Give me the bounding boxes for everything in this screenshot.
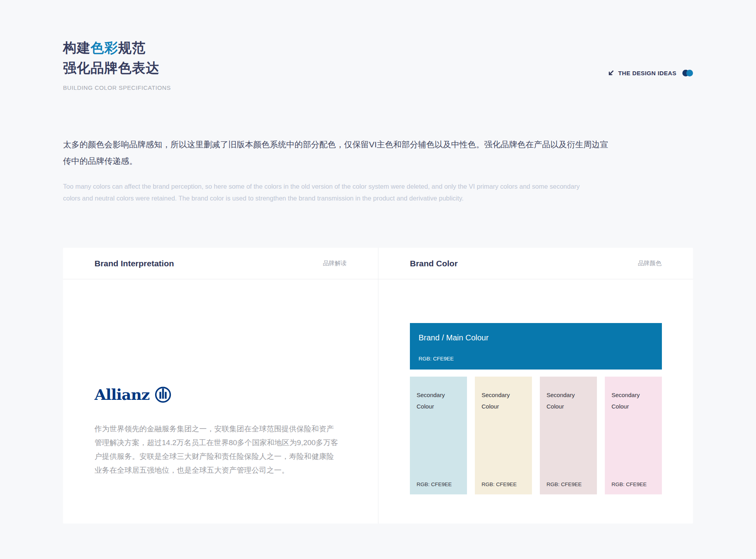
- page-title-line-1: 构建色彩规范: [63, 38, 171, 58]
- panel-header-interpretation: Brand Interpretation 品牌解读: [63, 248, 378, 279]
- allianz-logo: Allianz: [94, 386, 172, 403]
- swatch-label: Secondary Colour: [482, 389, 521, 412]
- panel-title-color: Brand Color: [410, 259, 458, 268]
- swatch-label: Secondary Colour: [611, 389, 651, 412]
- swatch-rgb-value: RGB: CFE9EE: [417, 481, 452, 487]
- page-heading: 构建色彩规范 强化品牌色表达 BUILDING COLOR SPECIFICAT…: [63, 38, 171, 91]
- secondary-colour-swatch-4: Secondary Colour RGB: CFE9EE: [605, 377, 662, 494]
- brand-description: 作为世界领先的金融服务集团之一，安联集团在全球范围提供保险和资产管理解决方案，超…: [94, 422, 339, 477]
- title-part-1: 构建: [63, 40, 91, 55]
- main-colour-swatch: Brand / Main Colour RGB: CFE9EE: [410, 323, 662, 370]
- design-ideas-label: THE DESIGN IDEAS: [618, 70, 676, 76]
- panel-title-cn-color: 品牌颜色: [638, 260, 662, 267]
- panel-brand-color: Brand Color 品牌颜色 Brand / Main Colour RGB…: [378, 248, 693, 524]
- main-colour-label: Brand / Main Colour: [419, 333, 653, 342]
- swatch-label: Secondary Colour: [417, 389, 456, 412]
- panel-title-interpretation: Brand Interpretation: [94, 259, 174, 268]
- intro-paragraph-cn: 太多的颜色会影响品牌感知，所以这里删减了旧版本颜色系统中的部分配色，仅保留VI主…: [63, 136, 612, 169]
- panel-header-color: Brand Color 品牌颜色: [378, 248, 693, 279]
- content-card: Brand Interpretation 品牌解读 Allianz 作为世界领先…: [63, 248, 693, 524]
- swatch-rgb-value: RGB: CFE9EE: [547, 481, 582, 487]
- secondary-colour-swatch-3: Secondary Colour RGB: CFE9EE: [540, 377, 597, 494]
- main-colour-rgb-value: RGB: CFE9EE: [419, 356, 653, 362]
- swatch-rgb-value: RGB: CFE9EE: [611, 481, 647, 487]
- panel-body-interpretation: Allianz 作为世界领先的金融服务集团之一，安联集团在全球范围提供保险和资产…: [63, 279, 378, 524]
- panel-title-cn-interpretation: 品牌解读: [323, 260, 346, 267]
- secondary-colour-swatch-2: Secondary Colour RGB: CFE9EE: [475, 377, 532, 494]
- panel-body-color: Brand / Main Colour RGB: CFE9EE Secondar…: [378, 279, 693, 524]
- title-part-accent: 色彩: [91, 40, 118, 55]
- brand-dots: [682, 70, 693, 76]
- dot-light-icon: [686, 70, 693, 76]
- page-subtitle: BUILDING COLOR SPECIFICATIONS: [63, 84, 171, 91]
- secondary-colour-swatch-1: Secondary Colour RGB: CFE9EE: [410, 377, 467, 494]
- allianz-eagle-icon: [154, 386, 172, 403]
- page-title-line-2: 强化品牌色表达: [63, 58, 171, 78]
- intro-paragraph-en: Too many colors can affect the brand per…: [63, 180, 598, 204]
- arrow-down-left-icon: [608, 69, 615, 76]
- swatch-label: Secondary Colour: [547, 389, 586, 412]
- title-part-3: 规范: [118, 40, 146, 55]
- design-ideas-badge: THE DESIGN IDEAS: [608, 69, 693, 76]
- allianz-wordmark: Allianz: [94, 386, 150, 403]
- panel-brand-interpretation: Brand Interpretation 品牌解读 Allianz 作为世界领先…: [63, 248, 378, 524]
- secondary-colour-row: Secondary Colour RGB: CFE9EE Secondary C…: [410, 377, 662, 494]
- swatch-rgb-value: RGB: CFE9EE: [482, 481, 517, 487]
